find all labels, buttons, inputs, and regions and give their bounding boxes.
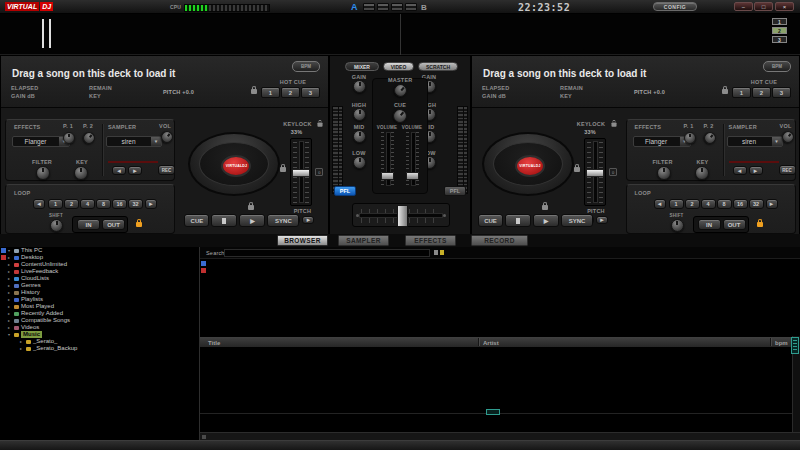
tab-video[interactable]: VIDEO [383,62,414,71]
tree-item-music-selected[interactable]: ▾Music [8,331,42,338]
tab-browser[interactable]: BROWSER [277,235,328,246]
sample-select[interactable]: siren ▼ [106,136,162,147]
loop-shift-knob[interactable] [50,219,63,232]
hotcue-lock-icon[interactable] [251,89,257,94]
keylock-lock-icon[interactable] [318,122,323,126]
sample-next-button[interactable]: ► [749,166,763,175]
cue-button[interactable]: CUE [184,214,209,227]
pitch-bend-plus-button[interactable]: ► [596,216,608,224]
tree-item-serato-backup[interactable]: ▸_Serato_Backup [20,345,77,352]
hot-cue-1-button[interactable]: 1 [732,87,751,98]
jog-wheel[interactable]: VIRTUALDJ [482,132,574,196]
hot-cue-3-button[interactable]: 3 [772,87,791,98]
tree-item-videos[interactable]: ▸Videos [8,324,39,331]
column-bpm[interactable]: bpm [775,340,788,346]
loop-half-button[interactable]: ◄ [33,199,45,209]
pitch-bend-plus-button[interactable]: ► [302,216,314,224]
tree-item-contentunlimited[interactable]: ▸ContentUnlimited [8,261,67,268]
deck-b-volume-handle[interactable] [406,172,419,180]
effect-select[interactable]: Flanger ▼ [633,136,691,147]
dropdown-arrow-icon[interactable]: ▼ [771,137,782,146]
automix-badge[interactable] [486,409,500,415]
tree-item-history[interactable]: ▸History [8,289,40,296]
deck-a-high-knob[interactable] [353,108,366,121]
loop-lock-icon[interactable] [757,222,763,227]
deck-a-gain-knob[interactable] [353,80,366,93]
loop-lock-icon[interactable] [136,222,142,227]
loop-in-button[interactable]: IN [77,219,100,230]
jog-wheel[interactable]: VIRTUALDJ [188,132,280,196]
search-options-icon[interactable] [434,250,438,255]
tree-item-genres[interactable]: ▸Genres [8,282,41,289]
sample-prev-button[interactable]: ◄ [733,166,747,175]
pitch-slider[interactable] [584,138,606,206]
netsearch-key-icon[interactable] [440,250,444,255]
tree-item-livefeedback[interactable]: ▸LiveFeedback [8,268,58,275]
tab-mixer[interactable]: MIXER [345,62,379,71]
loop-8-button[interactable]: 8 [717,199,732,209]
loop-1-button[interactable]: 1 [48,199,63,209]
loop-16-button[interactable]: 16 [733,199,748,209]
crossfade-segment[interactable] [377,3,389,11]
tree-item-cloudlists[interactable]: ▸CloudLists [8,275,49,282]
keylock-lock-icon[interactable] [611,122,616,126]
hot-cue-1-button[interactable]: 1 [261,87,280,98]
deck-b-volume-fader[interactable] [406,132,419,186]
waveform-zoom-3-button[interactable]: 3 [772,36,787,43]
maximize-button[interactable]: □ [754,2,773,11]
deck-a-low-knob[interactable] [353,156,366,169]
column-separator[interactable] [478,338,480,346]
key-knob[interactable] [74,166,88,180]
loop-1-button[interactable]: 1 [669,199,684,209]
tree-item-playlists[interactable]: ▸Playlists [8,296,43,303]
tree-item-desktop[interactable]: ▸Desktop [8,254,43,261]
waveform-zoom-1-button[interactable]: 1 [772,18,787,25]
loop-2-button[interactable]: 2 [685,199,700,209]
deck-b-pfl-button[interactable]: PFL [444,186,466,196]
close-button[interactable]: × [775,2,794,11]
play-button[interactable]: ▶ [533,214,559,227]
dropdown-arrow-icon[interactable]: ▼ [150,137,161,146]
sync-button[interactable]: SYNC [561,214,593,227]
filter-knob[interactable] [36,166,50,180]
effect-select[interactable]: Flanger ▼ [12,136,70,147]
deck-a-drop-zone[interactable]: Drag a song on this deck to load it [12,68,175,79]
horizontal-scrollbar[interactable] [200,432,800,440]
loop-out-button[interactable]: OUT [723,219,746,230]
hotcue-lock-icon[interactable] [722,89,728,94]
pitch-zero-button[interactable]: 0 [609,168,617,176]
loop-4-button[interactable]: 4 [701,199,716,209]
list-mode-icon[interactable] [201,261,206,266]
column-artist[interactable]: Artist [483,340,499,346]
loop-4-button[interactable]: 4 [80,199,95,209]
loop-32-button[interactable]: 32 [128,199,143,209]
search-input[interactable] [225,259,429,265]
hot-cue-2-button[interactable]: 2 [281,87,300,98]
sample-rec-button[interactable]: REC [158,165,175,175]
crossfader-handle[interactable] [397,205,408,227]
sample-prev-button[interactable]: ◄ [112,166,126,175]
cue-button[interactable]: CUE [478,214,503,227]
tab-scratch[interactable]: SCRATCH [418,62,458,71]
tree-item-serato[interactable]: ▸_Serato_ [20,338,57,345]
pitch-slider[interactable] [290,138,312,206]
sync-button[interactable]: SYNC [267,214,299,227]
pause-button[interactable] [211,214,237,227]
loop-2-button[interactable]: 2 [64,199,79,209]
key-knob[interactable] [695,166,709,180]
deck-a-mid-knob[interactable] [353,130,366,143]
filter-knob[interactable] [657,166,671,180]
pause-button[interactable] [505,214,531,227]
loop-32-button[interactable]: 32 [749,199,764,209]
waveform-position-marker[interactable] [42,19,51,48]
deck-a-pfl-button[interactable]: PFL [334,186,356,196]
minimize-button[interactable]: − [734,2,753,11]
scroll-thumb[interactable] [202,435,206,439]
favorites-icon[interactable] [1,255,6,260]
sample-rec-button[interactable]: REC [779,165,796,175]
loop-half-button[interactable]: ◄ [654,199,666,209]
loop-out-button[interactable]: OUT [102,219,125,230]
wheel-lock-icon[interactable] [542,205,548,210]
crossfade-segment[interactable] [363,3,375,11]
side-panel-toggle[interactable] [791,337,799,354]
